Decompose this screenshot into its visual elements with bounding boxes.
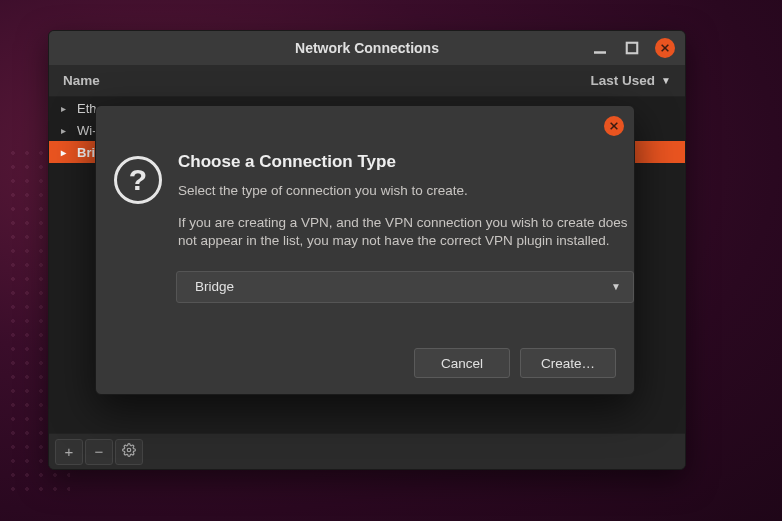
- close-button[interactable]: [655, 38, 675, 58]
- window-title: Network Connections: [59, 40, 675, 56]
- dialog-subtitle: Select the type of connection you wish t…: [178, 182, 634, 200]
- dialog-content: Choose a Connection Type Select the type…: [178, 152, 634, 320]
- titlebar: Network Connections: [49, 31, 685, 65]
- chevron-down-icon: ▼: [611, 281, 621, 292]
- add-connection-button[interactable]: +: [55, 439, 83, 465]
- list-header: Name Last Used ▼: [49, 65, 685, 97]
- column-last-used[interactable]: Last Used ▼: [591, 73, 671, 88]
- connection-type-dialog: ? Choose a Connection Type Select the ty…: [95, 105, 635, 395]
- bottom-toolbar: + −: [49, 433, 685, 469]
- expand-icon: ▸: [61, 147, 73, 158]
- combo-value: Bridge: [195, 279, 234, 294]
- dialog-note: If you are creating a VPN, and the VPN c…: [178, 214, 634, 250]
- minus-icon: −: [95, 443, 104, 460]
- sort-indicator-icon: ▼: [661, 75, 671, 86]
- remove-connection-button[interactable]: −: [85, 439, 113, 465]
- create-button[interactable]: Create…: [520, 348, 616, 378]
- dialog-actions: Cancel Create…: [414, 348, 616, 378]
- dialog-close-button[interactable]: [604, 116, 624, 136]
- question-icon: ?: [114, 156, 162, 204]
- edit-connection-button[interactable]: [115, 439, 143, 465]
- expand-icon: ▸: [61, 103, 73, 114]
- gear-icon: [122, 443, 136, 460]
- dialog-title: Choose a Connection Type: [178, 152, 634, 172]
- svg-rect-1: [627, 43, 638, 54]
- svg-point-4: [127, 448, 131, 452]
- plus-icon: +: [65, 443, 74, 460]
- cancel-button[interactable]: Cancel: [414, 348, 510, 378]
- maximize-button[interactable]: [623, 39, 641, 57]
- window-controls: [591, 38, 675, 58]
- minimize-button[interactable]: [591, 39, 609, 57]
- connection-type-combo[interactable]: Bridge ▼: [176, 271, 634, 303]
- expand-icon: ▸: [61, 125, 73, 136]
- column-name[interactable]: Name: [63, 73, 100, 88]
